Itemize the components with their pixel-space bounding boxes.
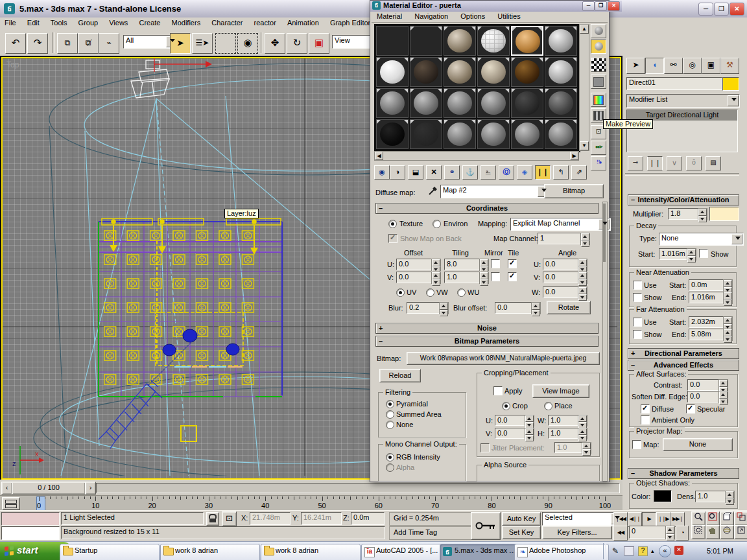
far-start-spinner[interactable] [723, 316, 733, 329]
material-map-navigator-icon[interactable]: ⠿● [591, 156, 606, 170]
crop-u-field[interactable]: 0.0 [495, 415, 527, 426]
object-color-swatch[interactable] [722, 77, 739, 91]
jitter-placement-field[interactable]: 1.0 [554, 442, 584, 453]
material-sample-slot[interactable] [477, 88, 510, 118]
pen-tray-icon[interactable]: ✎ [612, 546, 619, 555]
time-configuration-icon[interactable]: ◔ [676, 526, 689, 541]
menu-tools[interactable]: Tools [46, 18, 72, 27]
tiling-v-field[interactable]: 1.0 [444, 272, 482, 283]
material-sample-slot[interactable] [444, 88, 476, 118]
add-time-tag[interactable]: Add Time Tag [389, 526, 472, 540]
menu-modifiers[interactable]: Modifiers [167, 18, 206, 27]
multiplier-field[interactable]: 1.8 [668, 208, 699, 220]
near-end-field[interactable]: 1.016m [689, 292, 725, 303]
zoom-all-icon[interactable] [706, 511, 720, 526]
material-sample-slot[interactable] [410, 57, 442, 87]
configure-modifier-sets-icon[interactable]: ▤ [706, 156, 721, 170]
track-bar[interactable]: 0102030405060708090100 [0, 495, 624, 511]
decay-start-spinner[interactable] [687, 248, 696, 261]
crop-h-spinner[interactable] [578, 428, 587, 439]
background-checker-icon[interactable] [591, 58, 606, 72]
diffuse-checkbox[interactable] [641, 404, 650, 414]
apply-checkbox[interactable] [493, 386, 503, 395]
menu-views[interactable]: Views [104, 18, 132, 27]
eyedropper-icon[interactable] [427, 185, 439, 196]
rectangular-selection-region-icon[interactable] [215, 33, 236, 54]
material-sample-slot[interactable] [444, 26, 476, 56]
offset-v-spinner[interactable] [431, 272, 441, 284]
zoom-region-icon[interactable] [691, 525, 706, 539]
me-restore-button[interactable]: ❐ [595, 1, 607, 11]
material-sample-slot[interactable] [376, 119, 409, 149]
pin-stack-icon[interactable]: ⊸ [628, 156, 643, 170]
time-slider-next-button[interactable]: › [85, 482, 96, 495]
soften-spinner[interactable] [718, 391, 728, 403]
selection-lock-icon[interactable] [206, 512, 219, 526]
map-name-dropdown[interactable]: Map #2 [440, 185, 550, 198]
crop-u-spinner[interactable] [525, 415, 534, 426]
rollout-coordinates[interactable]: –Coordinates [375, 203, 599, 214]
projector-map-checkbox[interactable] [632, 440, 641, 449]
tile-u-checkbox[interactable] [508, 259, 517, 268]
current-frame-field[interactable]: 0 [629, 526, 668, 539]
angle-w-spinner[interactable] [578, 286, 587, 299]
rollout-noise[interactable]: +Noise [375, 323, 599, 334]
me-menu-navigation[interactable]: Navigation [409, 11, 453, 20]
crop-v-spinner[interactable] [525, 428, 534, 439]
go-forward-to-sibling-icon[interactable]: ⇗ [571, 165, 587, 180]
rotate-button[interactable]: Rotate [547, 301, 591, 314]
select-object-button[interactable]: ➤ [170, 33, 191, 54]
select-and-rotate-icon[interactable]: ↻ [287, 33, 307, 54]
material-sample-slot[interactable] [511, 88, 543, 118]
material-sample-slot[interactable] [444, 57, 476, 87]
select-and-move-icon[interactable]: ✥ [265, 33, 285, 54]
object-name-field[interactable]: Direct01 [626, 77, 722, 90]
material-sample-slot[interactable] [477, 57, 510, 87]
material-sample-slot[interactable] [545, 26, 577, 56]
mirror-u-checkbox[interactable] [491, 259, 500, 268]
sample-vertical-scrollbar[interactable]: ▲ ▼ [579, 24, 589, 151]
crop-h-field[interactable]: 1.0 [548, 428, 580, 439]
pan-hand-icon[interactable] [706, 525, 720, 539]
maximize-viewport-toggle-icon[interactable] [734, 525, 747, 539]
contrast-spinner[interactable] [718, 379, 728, 391]
view-image-button[interactable]: View Image [532, 384, 589, 398]
select-by-material-icon[interactable]: ●●➤ [591, 141, 606, 155]
mirror-v-checkbox[interactable] [491, 272, 500, 281]
angle-v-spinner[interactable] [578, 272, 587, 284]
zoom-extents-icon[interactable] [720, 511, 734, 526]
near-show-checkbox[interactable] [633, 293, 642, 302]
show-end-result-stack-icon[interactable]: ❘❘ [647, 156, 663, 170]
crop-radio[interactable] [502, 402, 510, 410]
material-sample-slot[interactable] [477, 26, 510, 56]
blur-offset-spinner[interactable] [531, 302, 541, 314]
hide-icons-chevron[interactable]: « [659, 545, 671, 557]
redo-button[interactable]: ↷ [27, 33, 48, 54]
material-sample-slot[interactable] [376, 88, 409, 118]
arc-rotate-icon[interactable] [720, 525, 734, 539]
angle-u-spinner[interactable] [578, 259, 587, 271]
zoom-extents-all-icon[interactable] [734, 511, 747, 526]
undo-button[interactable]: ↶ [5, 33, 26, 54]
summed-area-radio[interactable] [386, 410, 394, 419]
mapping-dropdown[interactable]: Explicit Map Channel [510, 218, 611, 231]
map-channel-spinner[interactable] [580, 233, 590, 245]
minimize-button[interactable]: ─ [698, 3, 713, 16]
make-material-copy-icon[interactable]: ⚭ [444, 165, 460, 180]
select-and-link-icon[interactable]: ⧉ [57, 33, 78, 54]
menu-edit[interactable]: Edit [23, 18, 44, 27]
material-sample-slot[interactable] [376, 57, 409, 87]
time-slider-prev-button[interactable]: ‹ [1, 482, 12, 495]
crop-v-field[interactable]: 0.0 [495, 428, 527, 439]
backlight-icon[interactable] [591, 40, 606, 54]
bitmap-path-button[interactable]: Work 08\mapas work 08\NM_NaturalMaple-pu… [407, 352, 600, 365]
tiling-v-spinner[interactable] [479, 272, 489, 284]
angle-w-field[interactable]: 0.0 [543, 286, 580, 298]
far-end-field[interactable]: 5.08m [689, 329, 725, 340]
blur-offset-field[interactable]: 0.0 [495, 302, 534, 314]
near-use-checkbox[interactable] [633, 281, 642, 290]
far-start-field[interactable]: 2.032m [689, 316, 725, 328]
time-slider-track[interactable] [96, 483, 620, 493]
key-mode-dropdown[interactable]: Selected [542, 512, 623, 526]
material-sample-slot[interactable] [376, 26, 409, 56]
